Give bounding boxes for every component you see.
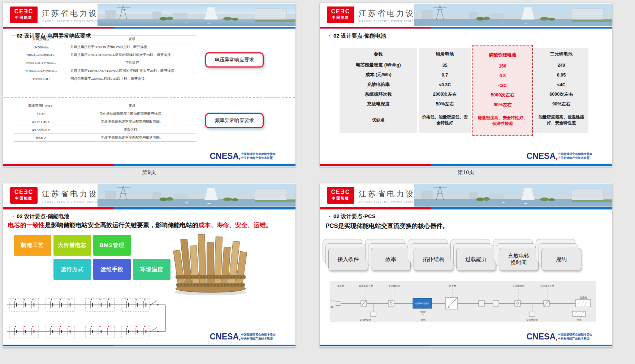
diagram-label-dc-emc-filter: 直流EMC滤波器 bbox=[415, 302, 429, 305]
ceec-logo-text: 中国能建 bbox=[327, 15, 354, 20]
cnesa-wordmark: CNESA bbox=[526, 151, 556, 161]
pcs-card-label: 接入条件 bbox=[328, 248, 368, 271]
table-cell: 并网点电压110%Uₙ<U<120%Uₙ区间的持续时间大于2s时，断开连接。 bbox=[68, 67, 196, 75]
diagram-label-dc-switch: 直流负荷开关 bbox=[359, 285, 373, 287]
factor-box-maintenance: 运维手段 bbox=[93, 259, 131, 280]
table-cell: 35 bbox=[419, 60, 471, 70]
column-header: 铅炭电池 bbox=[419, 48, 471, 60]
ceec-logo-text: 中国能建 bbox=[327, 196, 354, 201]
diagram-label-dc-plus: DC+ bbox=[331, 299, 334, 302]
key-statement-black: 是影响储能电站安全高效运行关键要素，影响储能电站的 bbox=[45, 222, 198, 229]
dashed-separator bbox=[4, 98, 295, 98]
table-cell: f < 48 bbox=[14, 110, 68, 118]
table-cell: 90%左右 bbox=[534, 99, 588, 109]
ceec-logo-mark: CEƎC bbox=[10, 8, 38, 15]
pcs-card-efficiency: 效率 bbox=[371, 248, 411, 271]
slide-title-text: 02 设计要点-储能电池 bbox=[17, 213, 69, 219]
table-cell: 0.8 bbox=[474, 71, 531, 81]
table-cell: 电化学储能系统不应从配电网获取电能。 bbox=[68, 118, 196, 126]
pcs-card-access: 接入条件 bbox=[328, 248, 368, 271]
svg-text:=: = bbox=[448, 306, 450, 309]
slide-thumbnail-page11[interactable]: CEƎC 中国能建 江苏省电力设计院 JIANGSU ELECTRIC POWE… bbox=[3, 183, 295, 347]
diagram-label-inverter: 逆变桥 bbox=[449, 285, 456, 287]
factor-box-manufacturing: 制造工艺 bbox=[14, 235, 51, 256]
cnesa-line2: 中关村储能产业技术联盟 bbox=[558, 337, 592, 341]
footer-bar bbox=[320, 344, 612, 347]
cnesa-logo: CNESA 中国能源研究会储能专委会 中关村储能产业技术联盟 bbox=[526, 151, 592, 161]
column-header: 磷酸铁锂电池 bbox=[474, 49, 531, 61]
pcs-card-label: 过载能力 bbox=[456, 248, 496, 271]
slide-title: ·02 设计要点-储能电池 bbox=[329, 32, 386, 39]
battery-table-param-column: 参数 电芯能量密度 (Wh/kg) 成本 (元/Wh) 充放电倍率 系统循环次数… bbox=[340, 48, 417, 133]
pcs-card-label: 拓扑结构 bbox=[414, 248, 453, 271]
cnesa-wordmark: CNESA bbox=[209, 332, 239, 342]
page-number-label-9: 第9页 bbox=[3, 169, 295, 176]
cnesa-org-lines: 中国能源研究会储能专委会 中关村储能产业技术联盟 bbox=[558, 333, 592, 341]
pcs-circuit-diagram: 直流侧 直流负荷开关 直流接触器 逆变桥 交流接触器 交流负荷开关 交流侧 直流… bbox=[330, 281, 596, 322]
voltage-callout-box: 电压异常响应要求 bbox=[205, 52, 264, 68]
battery-string-circuit-diagram bbox=[4, 291, 168, 344]
cnesa-line1: 中国能源研究会储能专委会 bbox=[241, 152, 276, 156]
factor-box-operation: 运行方式 bbox=[53, 259, 91, 280]
diagram-label-ac-side: 交流侧 bbox=[580, 296, 587, 299]
cnesa-logo: CNESA 中国能源研究会储能专委会 中关村储能产业技术联盟 bbox=[209, 332, 276, 342]
ceec-logo: CEƎC 中国能建 bbox=[327, 187, 354, 204]
table-cell: <3C bbox=[474, 81, 531, 90]
cnesa-red-accent bbox=[555, 158, 557, 160]
param-row-label: 成本 (元/Wh) bbox=[340, 70, 417, 80]
title-bullet: · bbox=[329, 32, 331, 39]
footer-bar bbox=[3, 344, 295, 347]
slide-title: ·02 设计要点-储能电池 bbox=[12, 213, 69, 220]
frequency-response-table: 频率范围f（Hz）要求 f < 48电化学储能系统应立即与配电网断开连接。 48… bbox=[14, 102, 196, 142]
table-cell: 160 bbox=[474, 61, 531, 71]
table-header-cell: 并网点电压 bbox=[14, 35, 68, 43]
header-photo-banner bbox=[98, 184, 295, 207]
table-cell: U<50%Uₙ bbox=[14, 43, 68, 51]
header-divider bbox=[3, 207, 295, 210]
ceec-logo: CEƎC 中国能建 bbox=[10, 6, 38, 23]
diagram-label-ground: 接地 bbox=[421, 318, 426, 321]
table-cell: 90%左右 bbox=[474, 100, 531, 110]
ceec-logo-text: 中国能建 bbox=[10, 196, 38, 201]
ceec-logo-mark: CEƎC bbox=[327, 8, 354, 15]
slide-thumbnail-page10[interactable]: CEƎC 中国能建 江苏省电力设计院 JIANGSU ELECTRIC POWE… bbox=[320, 3, 612, 167]
cnesa-line2: 中关村储能产业技术联盟 bbox=[241, 337, 276, 341]
pcs-key-statement: PCS是实现储能电站交直流变换的核心器件。 bbox=[325, 222, 449, 230]
param-row-label: 充放电深度 bbox=[340, 99, 417, 109]
diagram-label-ac-switch: 交流负荷开关 bbox=[540, 285, 555, 287]
factor-box-temperature: 环境温度 bbox=[133, 259, 170, 280]
diagram-label-ac-contactor: 交流接触器 bbox=[513, 285, 524, 287]
title-bullet: · bbox=[12, 213, 14, 219]
cnesa-line1: 中国能源研究会储能专委会 bbox=[241, 333, 276, 337]
table-cell: 0.7 bbox=[419, 70, 471, 80]
slide-title-text: 02 设计要点-储能电池 bbox=[333, 32, 386, 39]
campus-photo-illustration bbox=[414, 4, 612, 26]
cnesa-line2: 中关村储能产业技术联盟 bbox=[558, 156, 592, 160]
header-divider bbox=[3, 27, 295, 30]
slide-thumbnail-page9[interactable]: CEƎC 中国能建 江苏省电力设计院 JIANGSU ELECTRIC POWE… bbox=[3, 3, 295, 167]
cnesa-logo: CNESA 中国能源研究会储能专委会 中关村储能产业技术联盟 bbox=[526, 332, 592, 342]
table-cell: 0.95 bbox=[534, 70, 588, 80]
battery-table-ternary-column: 三元锂电池 240 0.95 <4C 6000次左右 90%左右 能量密度最高、… bbox=[534, 48, 588, 133]
table-cell: 2000次左右 bbox=[419, 90, 471, 99]
cnesa-red-accent bbox=[238, 158, 241, 160]
cnesa-org-lines: 中国能源研究会储能专委会 中关村储能产业技术联盟 bbox=[558, 152, 592, 160]
campus-photo-illustration bbox=[98, 184, 295, 207]
campus-photo-illustration bbox=[98, 4, 295, 26]
key-statement: 电芯的一致性是影响储能电站安全高效运行关键要素，影响储能电站的成本、寿命、安全、… bbox=[8, 221, 272, 229]
table-cell: 5000次左右 bbox=[474, 90, 531, 100]
battery-comparison-table: 参数 电芯能量密度 (Wh/kg) 成本 (元/Wh) 充放电倍率 系统循环次数… bbox=[340, 48, 588, 133]
table-cell: 6000次左右 bbox=[534, 90, 588, 99]
campus-photo-illustration bbox=[414, 184, 612, 207]
cnesa-line2: 中关村储能产业技术联盟 bbox=[241, 156, 276, 160]
ceec-logo: CEƎC 中国能建 bbox=[327, 6, 354, 23]
diagram-label-dc-minus: DC- bbox=[331, 306, 334, 308]
pcs-card-switch-time: 充放电转 换时间 bbox=[499, 248, 539, 271]
table-cell: 50%Uₙ≤U<85%Uₙ bbox=[14, 51, 68, 59]
table-cell: 电化学储能系统应立即与配电网断开连接。 bbox=[68, 110, 196, 118]
cnesa-wordmark: CNESA bbox=[209, 151, 239, 161]
table-cell: 并网点电压低于50%UN持续0.2s以上时，断开连接。 bbox=[68, 43, 196, 51]
header-photo-banner bbox=[414, 184, 612, 207]
table-cell: 正常运行 bbox=[68, 59, 196, 67]
slide-thumbnail-page12[interactable]: CEƎC 中国能建 江苏省电力设计院 JIANGSU ELECTRIC POWE… bbox=[320, 183, 612, 347]
